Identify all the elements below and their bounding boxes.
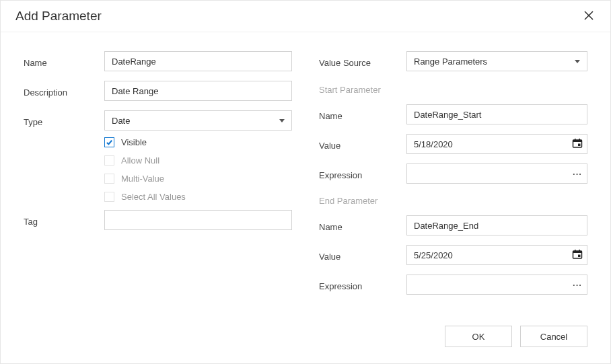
start-value-label: Value	[319, 138, 406, 151]
value-source-select[interactable]: Range Parameters	[406, 51, 587, 71]
start-parameter-section-title: Start Parameter	[319, 85, 587, 95]
svg-rect-8	[573, 251, 582, 253]
chevron-down-icon	[575, 60, 580, 63]
value-source-label: Value Source	[319, 55, 406, 68]
start-name-label: Name	[319, 108, 406, 121]
ok-button[interactable]: OK	[445, 326, 512, 347]
right-column: Value Source Range Parameters Start Para…	[312, 51, 587, 311]
svg-rect-4	[575, 139, 576, 141]
row-start-value: Value	[319, 134, 587, 154]
ellipsis-icon: ···	[573, 169, 582, 179]
start-expression-editor-button[interactable]: ···	[571, 168, 583, 180]
dialog-footer: OK Cancel	[1, 318, 610, 363]
allow-null-checkbox-row[interactable]: Allow Null	[104, 155, 292, 166]
multi-value-checkbox	[104, 174, 114, 184]
ok-button-label: OK	[472, 332, 485, 342]
left-column: Name Description Type Date	[24, 51, 312, 311]
dialog-body: Name Description Type Date	[1, 32, 610, 318]
svg-rect-11	[578, 254, 581, 257]
tag-input[interactable]	[104, 210, 292, 230]
multi-value-checkbox-label: Multi-Value	[121, 174, 164, 184]
svg-rect-9	[575, 250, 576, 252]
name-label: Name	[24, 55, 104, 68]
ellipsis-icon: ···	[573, 280, 582, 290]
row-end-expression: Expression ···	[319, 275, 587, 295]
end-value-input[interactable]	[406, 245, 587, 265]
end-value-calendar-button[interactable]	[571, 249, 583, 261]
end-expression-input[interactable]	[406, 275, 587, 295]
multi-value-checkbox-row[interactable]: Multi-Value	[104, 174, 292, 184]
calendar-icon	[572, 138, 583, 151]
end-expression-editor-button[interactable]: ···	[571, 279, 583, 291]
end-parameter-section-title: End Parameter	[319, 196, 587, 206]
checkbox-list: Visible Allow Null Multi-Value	[24, 137, 292, 202]
start-expression-input[interactable]	[406, 163, 587, 184]
svg-rect-5	[579, 139, 580, 141]
start-value-input[interactable]	[406, 134, 587, 154]
calendar-icon	[572, 249, 583, 262]
end-expression-label: Expression	[319, 279, 406, 291]
allow-null-checkbox-label: Allow Null	[121, 155, 159, 166]
start-name-input[interactable]	[406, 104, 587, 124]
row-start-expression: Expression ···	[319, 163, 587, 184]
visible-checkbox-row[interactable]: Visible	[104, 137, 292, 147]
description-input[interactable]	[104, 81, 292, 101]
row-value-source: Value Source Range Parameters	[319, 51, 587, 71]
start-value-calendar-button[interactable]	[571, 138, 583, 150]
svg-rect-3	[573, 140, 582, 142]
add-parameter-dialog: Add Parameter Name Description	[0, 0, 611, 364]
dialog-title: Add Parameter	[15, 9, 102, 24]
type-select-value: Date	[112, 116, 130, 126]
end-name-label: Name	[319, 219, 406, 232]
end-name-input[interactable]	[406, 215, 587, 235]
close-icon	[584, 11, 594, 22]
visible-checkbox	[104, 137, 114, 147]
name-input[interactable]	[104, 51, 292, 71]
close-button[interactable]	[582, 9, 596, 23]
chevron-down-icon	[279, 119, 285, 122]
row-type: Type Date	[24, 110, 292, 131]
svg-rect-10	[579, 250, 580, 252]
visible-checkbox-label: Visible	[121, 137, 147, 147]
cancel-button[interactable]: Cancel	[520, 326, 587, 347]
tag-label: Tag	[24, 214, 104, 227]
dialog-header: Add Parameter	[1, 1, 610, 32]
allow-null-checkbox	[104, 155, 114, 166]
type-select[interactable]: Date	[104, 110, 292, 131]
select-all-checkbox-label: Select All Values	[121, 192, 186, 202]
end-value-label: Value	[319, 249, 406, 262]
row-end-name: Name	[319, 215, 587, 235]
select-all-checkbox-row[interactable]: Select All Values	[104, 192, 292, 202]
select-all-checkbox	[104, 192, 114, 202]
svg-rect-6	[578, 143, 581, 146]
row-tag: Tag	[24, 210, 292, 230]
row-end-value: Value	[319, 245, 587, 265]
type-label: Type	[24, 114, 104, 127]
row-name: Name	[24, 51, 292, 71]
value-source-select-value: Range Parameters	[414, 57, 487, 67]
start-expression-label: Expression	[319, 168, 406, 180]
cancel-button-label: Cancel	[540, 332, 567, 342]
row-start-name: Name	[319, 104, 587, 124]
description-label: Description	[24, 85, 104, 98]
row-description: Description	[24, 81, 292, 101]
